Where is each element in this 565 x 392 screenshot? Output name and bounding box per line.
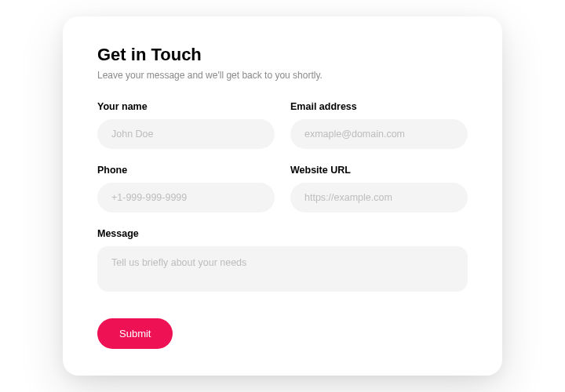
message-label: Message xyxy=(97,228,468,239)
form-title: Get in Touch xyxy=(97,45,468,65)
form-row-2: Phone Website URL xyxy=(97,165,468,212)
website-input[interactable] xyxy=(290,183,468,212)
email-input[interactable] xyxy=(290,119,468,149)
submit-button[interactable]: Submit xyxy=(97,318,173,349)
message-input[interactable] xyxy=(97,246,468,292)
phone-label: Phone xyxy=(97,165,275,176)
field-message: Message xyxy=(97,228,468,292)
phone-input[interactable] xyxy=(97,183,275,212)
field-phone: Phone xyxy=(97,165,275,212)
name-input[interactable] xyxy=(97,119,275,149)
field-email: Email address xyxy=(290,101,468,149)
field-name: Your name xyxy=(97,101,275,149)
name-label: Your name xyxy=(97,101,275,112)
field-website: Website URL xyxy=(290,165,468,212)
email-label: Email address xyxy=(290,101,468,112)
contact-form-card: Get in Touch Leave your message and we'l… xyxy=(63,16,502,376)
website-label: Website URL xyxy=(290,165,468,176)
form-subtitle: Leave your message and we'll get back to… xyxy=(97,70,468,81)
form-row-3: Message xyxy=(97,228,468,292)
form-row-1: Your name Email address xyxy=(97,101,468,149)
